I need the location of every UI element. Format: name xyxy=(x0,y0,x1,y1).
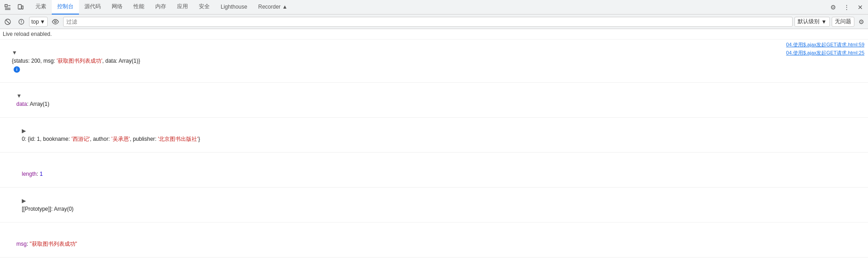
filter-input[interactable] xyxy=(63,17,793,27)
length-line: length: 1 xyxy=(0,153,868,188)
svg-point-11 xyxy=(21,22,22,23)
data-key: data xyxy=(16,101,27,107)
more-options-icon[interactable]: ⋮ xyxy=(841,1,853,13)
object-log-line[interactable]: ▼ {status: 200, msg: '获取图书列表成功', data: A… xyxy=(0,40,868,83)
data-array-line: ▼ data: Array(1) xyxy=(0,83,868,118)
context-value: top xyxy=(31,19,39,25)
source-text-1[interactable]: 04.使用$.ajax发起GET请求.html:59 xyxy=(786,40,868,49)
item0-line: ▶ 0: {id: 1, bookname: '西游记', author: '吴… xyxy=(0,118,868,153)
tab-elements[interactable]: 元素 xyxy=(30,0,52,15)
length-val: 1 xyxy=(39,171,43,177)
tab-security[interactable]: 安全 xyxy=(193,0,215,15)
tab-performance[interactable]: 性能 xyxy=(128,0,150,15)
tab-recorder[interactable]: Recorder ▲ xyxy=(253,0,293,15)
log-level-label: 默认级别 xyxy=(798,18,819,25)
preserve-log-btn[interactable] xyxy=(15,16,27,28)
issues-label: 无问题 xyxy=(835,18,851,25)
svg-point-12 xyxy=(54,21,56,23)
log-level-selector[interactable]: 默认级别 ▼ xyxy=(794,17,830,27)
device-icon[interactable] xyxy=(15,1,26,13)
data-expand-arrow[interactable]: ▼ xyxy=(16,92,23,100)
level-dropdown-arrow: ▼ xyxy=(821,19,827,25)
object-log-content: ▼ {status: 200, msg: '获取图书列表成功', data: A… xyxy=(3,40,786,81)
object-prefix: {status: 200, msg: xyxy=(12,58,57,64)
source-text-2[interactable]: 04.使用$.ajax发起GET请求.html:25 xyxy=(786,49,868,57)
expand-arrow[interactable]: ▼ xyxy=(12,49,18,57)
live-reload-text: Live reload enabled. xyxy=(3,30,868,38)
source-link-1[interactable]: 04.使用$.ajax发起GET请求.html:59 04.使用$.ajax发起… xyxy=(786,40,868,57)
svg-rect-5 xyxy=(22,6,23,9)
settings-icon[interactable]: ⚙ xyxy=(827,1,839,13)
nav-icons-left xyxy=(2,1,26,13)
console-output: Live reload enabled. ▼ {status: 200, msg… xyxy=(0,29,868,258)
msg-key: msg xyxy=(16,241,27,247)
dropdown-arrow: ▼ xyxy=(40,19,45,25)
tab-sources[interactable]: 源代码 xyxy=(79,0,106,15)
nav-right: ⚙ ⋮ ✕ xyxy=(827,1,866,13)
svg-line-8 xyxy=(6,20,10,24)
devtools-nav: 元素 控制台 源代码 网络 性能 内存 应用 安全 Lighthouse Rec… xyxy=(0,0,868,15)
svg-point-6 xyxy=(20,8,20,8)
svg-rect-0 xyxy=(5,5,7,7)
tab-network[interactable]: 网络 xyxy=(106,0,128,15)
context-selector[interactable]: top ▼ xyxy=(29,17,48,27)
tab-memory[interactable]: 内存 xyxy=(150,0,172,15)
console-toolbar: top ▼ 默认级别 ▼ 无问题 ⚙ xyxy=(0,15,868,29)
issues-button[interactable]: 无问题 xyxy=(832,17,854,27)
item0-expand-arrow[interactable]: ▶ xyxy=(22,127,28,135)
inspect-icon[interactable] xyxy=(2,1,14,13)
prototype-array-text: [[Prototype]]: Array(0) xyxy=(22,206,74,212)
info-icon[interactable]: i xyxy=(14,66,20,73)
msg-value: '获取图书列表成功' xyxy=(57,58,103,64)
prototype-array-line: ▶ [[Prototype]]: Array(0) xyxy=(0,188,868,223)
console-settings-icon[interactable]: ⚙ xyxy=(856,17,866,27)
clear-console-btn[interactable] xyxy=(2,16,14,28)
msg-line: msg: "获取图书列表成功" xyxy=(0,223,868,258)
tab-application[interactable]: 应用 xyxy=(172,0,193,15)
prototype-array-arrow[interactable]: ▶ xyxy=(22,197,28,205)
length-key: length xyxy=(22,171,37,177)
msg-text: "获取图书列表成功" xyxy=(30,241,77,247)
toolbar-right: 默认级别 ▼ 无问题 ⚙ xyxy=(794,17,866,27)
tab-lighthouse[interactable]: Lighthouse xyxy=(215,0,253,15)
close-icon[interactable]: ✕ xyxy=(854,1,866,13)
tab-console[interactable]: 控制台 xyxy=(52,0,79,15)
live-reload-line: Live reload enabled. xyxy=(0,29,868,40)
nav-tabs: 元素 控制台 源代码 网络 性能 内存 应用 安全 Lighthouse Rec… xyxy=(30,0,293,15)
eye-icon[interactable] xyxy=(49,16,61,28)
